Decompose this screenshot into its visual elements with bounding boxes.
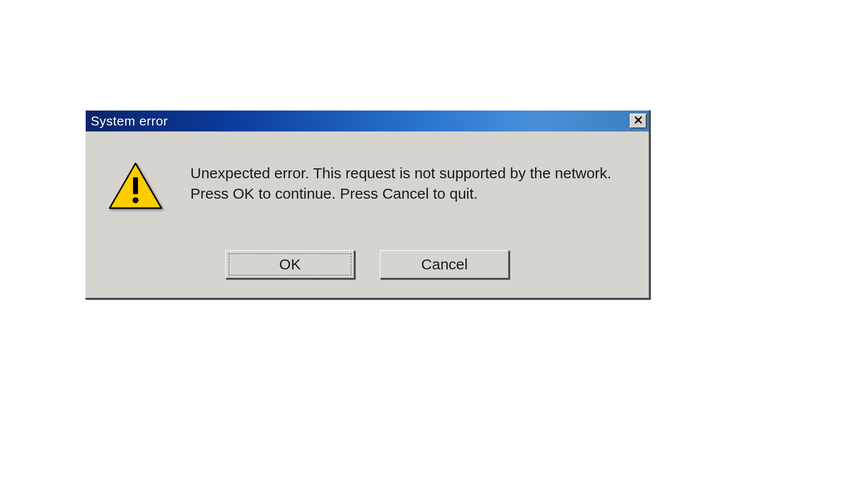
svg-point-4 [133, 197, 139, 203]
close-button[interactable] [630, 114, 647, 128]
ok-button[interactable]: OK [225, 250, 355, 279]
error-dialog: System error Unexpected error. This requ… [85, 110, 650, 299]
dialog-content: Unexpected error. This request is not su… [86, 131, 649, 212]
dialog-title: System error [91, 114, 168, 129]
cancel-button-label: Cancel [421, 256, 467, 273]
titlebar: System error [86, 111, 649, 131]
ok-button-label: OK [279, 256, 300, 273]
svg-rect-3 [133, 177, 138, 194]
close-icon [634, 116, 643, 126]
dialog-message: Unexpected error. This request is not su… [165, 161, 611, 204]
warning-icon-container [106, 161, 165, 212]
button-row: OK Cancel [86, 250, 649, 279]
cancel-button[interactable]: Cancel [380, 250, 509, 279]
warning-icon [108, 161, 163, 212]
